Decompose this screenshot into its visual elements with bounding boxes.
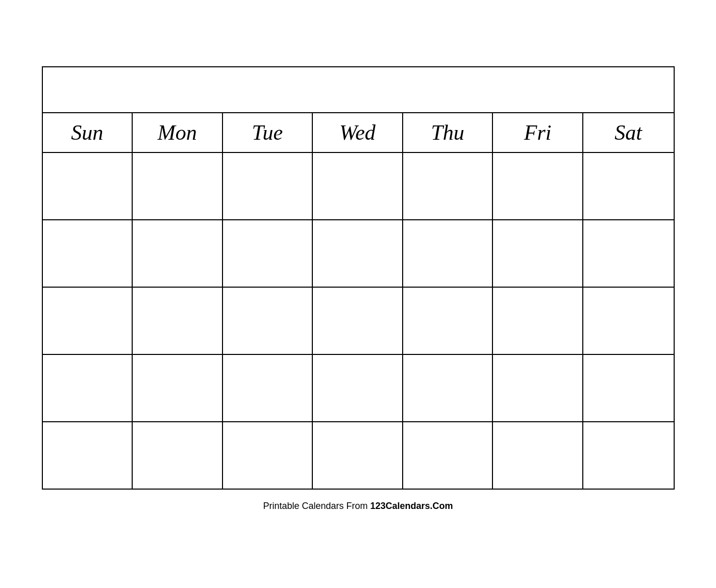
cell-3-3 bbox=[223, 288, 313, 354]
page-wrapper: Sun Mon Tue Wed Thu Fri Sat bbox=[27, 56, 690, 532]
cell-4-7 bbox=[583, 355, 674, 421]
cell-2-4 bbox=[313, 220, 403, 287]
calendar-body bbox=[43, 153, 674, 489]
cell-5-7 bbox=[583, 422, 674, 489]
cell-2-6 bbox=[493, 220, 583, 287]
day-header-wed: Wed bbox=[313, 113, 403, 152]
footer-bold-text: 123Calendars.Com bbox=[371, 501, 453, 511]
cell-2-7 bbox=[583, 220, 674, 287]
cell-4-2 bbox=[133, 355, 223, 421]
day-header-fri: Fri bbox=[493, 113, 583, 152]
cell-4-6 bbox=[493, 355, 583, 421]
cell-5-5 bbox=[403, 422, 493, 489]
calendar-row-1 bbox=[43, 153, 674, 220]
cell-1-3 bbox=[223, 153, 313, 219]
cell-1-4 bbox=[313, 153, 403, 219]
cell-3-4 bbox=[313, 288, 403, 354]
calendar-row-5 bbox=[43, 422, 674, 489]
cell-1-1 bbox=[43, 153, 133, 219]
cell-1-2 bbox=[133, 153, 223, 219]
footer: Printable Calendars From 123Calendars.Co… bbox=[42, 501, 675, 512]
calendar-title-row bbox=[43, 67, 674, 113]
cell-4-5 bbox=[403, 355, 493, 421]
calendar-row-2 bbox=[43, 220, 674, 288]
cell-2-5 bbox=[403, 220, 493, 287]
cell-2-3 bbox=[223, 220, 313, 287]
cell-4-3 bbox=[223, 355, 313, 421]
cell-5-1 bbox=[43, 422, 133, 489]
calendar-row-3 bbox=[43, 288, 674, 355]
calendar-row-4 bbox=[43, 355, 674, 422]
cell-4-1 bbox=[43, 355, 133, 421]
day-header-sun: Sun bbox=[43, 113, 133, 152]
cell-3-2 bbox=[133, 288, 223, 354]
day-header-sat: Sat bbox=[583, 113, 674, 152]
cell-3-5 bbox=[403, 288, 493, 354]
cell-3-7 bbox=[583, 288, 674, 354]
cell-4-4 bbox=[313, 355, 403, 421]
cell-3-1 bbox=[43, 288, 133, 354]
cell-1-5 bbox=[403, 153, 493, 219]
day-header-tue: Tue bbox=[223, 113, 313, 152]
cell-1-6 bbox=[493, 153, 583, 219]
cell-3-6 bbox=[493, 288, 583, 354]
cell-5-3 bbox=[223, 422, 313, 489]
cell-1-7 bbox=[583, 153, 674, 219]
footer-normal-text: Printable Calendars From bbox=[263, 501, 370, 511]
cell-2-1 bbox=[43, 220, 133, 287]
cell-5-4 bbox=[313, 422, 403, 489]
day-header-mon: Mon bbox=[133, 113, 223, 152]
calendar-container: Sun Mon Tue Wed Thu Fri Sat bbox=[42, 66, 675, 490]
day-header-thu: Thu bbox=[403, 113, 493, 152]
calendar-header-row: Sun Mon Tue Wed Thu Fri Sat bbox=[43, 113, 674, 153]
cell-2-2 bbox=[133, 220, 223, 287]
cell-5-6 bbox=[493, 422, 583, 489]
cell-5-2 bbox=[133, 422, 223, 489]
